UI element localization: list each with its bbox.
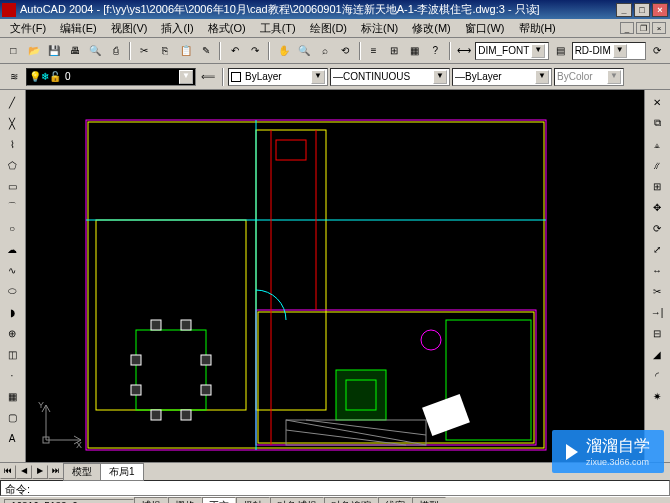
menu-dimension[interactable]: 标注(N) xyxy=(355,19,404,38)
svg-rect-18 xyxy=(336,370,386,420)
circle-icon[interactable]: ○ xyxy=(2,218,22,238)
menu-draw[interactable]: 绘图(D) xyxy=(304,19,353,38)
pline-icon[interactable]: ⌇ xyxy=(2,134,22,154)
match-icon[interactable]: ✎ xyxy=(197,41,216,61)
zoom-rt-icon[interactable]: 🔍 xyxy=(295,41,314,61)
linetype-combo[interactable]: — CONTINUOUS▼ xyxy=(330,68,450,86)
menu-view[interactable]: 视图(V) xyxy=(105,19,154,38)
menu-window[interactable]: 窗口(W) xyxy=(459,19,511,38)
redo-icon[interactable]: ↷ xyxy=(246,41,265,61)
properties-icon[interactable]: ≡ xyxy=(365,41,384,61)
polygon-icon[interactable]: ⬠ xyxy=(2,155,22,175)
block-icon[interactable]: ◫ xyxy=(2,344,22,364)
ellipse-icon[interactable]: ⬭ xyxy=(2,281,22,301)
offset-icon[interactable]: ⫽ xyxy=(647,155,667,175)
tab-last[interactable]: ⏭ xyxy=(48,465,64,479)
cut-icon[interactable]: ✂ xyxy=(135,41,154,61)
close-button[interactable]: × xyxy=(652,3,668,17)
toolpalette-icon[interactable]: ▦ xyxy=(406,41,425,61)
insert-icon[interactable]: ⊕ xyxy=(2,323,22,343)
lwt-toggle[interactable]: 线宽 xyxy=(378,497,412,503)
plotstyle-combo[interactable]: ByColor▼ xyxy=(554,68,624,86)
line-icon[interactable]: ╱ xyxy=(2,92,22,112)
drawing-canvas[interactable]: YX xyxy=(26,90,644,462)
dim-font-combo[interactable]: DIM_FONT▼ xyxy=(475,42,549,60)
copy-icon[interactable]: ⎘ xyxy=(156,41,175,61)
fillet-icon[interactable]: ◜ xyxy=(647,365,667,385)
copy-obj-icon[interactable]: ⧉ xyxy=(647,113,667,133)
mdi-close[interactable]: × xyxy=(652,22,666,34)
publish-icon[interactable]: ⎙ xyxy=(107,41,126,61)
polar-toggle[interactable]: 极轴 xyxy=(236,497,270,503)
print-icon[interactable]: 🖶 xyxy=(66,41,85,61)
open-icon[interactable]: 📂 xyxy=(25,41,44,61)
separator xyxy=(359,42,361,60)
point-icon[interactable]: · xyxy=(2,365,22,385)
osnap-toggle[interactable]: 对象捕捉 xyxy=(270,497,324,503)
layout1-tab[interactable]: 布局1 xyxy=(100,463,144,481)
mdi-minimize[interactable]: _ xyxy=(620,22,634,34)
tab-first[interactable]: ⏮ xyxy=(0,465,16,479)
undo-icon[interactable]: ↶ xyxy=(225,41,244,61)
color-combo[interactable]: ByLayer▼ xyxy=(228,68,328,86)
dim-style-combo[interactable]: RD-DIM▼ xyxy=(572,42,646,60)
ellipsearc-icon[interactable]: ◗ xyxy=(2,302,22,322)
text-icon[interactable]: A xyxy=(2,428,22,448)
zoom-win-icon[interactable]: ⌕ xyxy=(315,41,334,61)
region-icon[interactable]: ▢ xyxy=(2,407,22,427)
help-icon[interactable]: ? xyxy=(426,41,445,61)
erase-icon[interactable]: ✕ xyxy=(647,92,667,112)
array-icon[interactable]: ⊞ xyxy=(647,176,667,196)
tab-next[interactable]: ▶ xyxy=(32,465,48,479)
layer-manager-icon[interactable]: ≋ xyxy=(4,67,24,87)
pan-icon[interactable]: ✋ xyxy=(274,41,293,61)
xline-icon[interactable]: ╳ xyxy=(2,113,22,133)
ortho-toggle[interactable]: 正交 xyxy=(202,497,236,503)
menu-edit[interactable]: 编辑(E) xyxy=(54,19,103,38)
rectangle-icon[interactable]: ▭ xyxy=(2,176,22,196)
menu-file[interactable]: 文件(F) xyxy=(4,19,52,38)
explode-icon[interactable]: ✷ xyxy=(647,386,667,406)
hatch-icon[interactable]: ▦ xyxy=(2,386,22,406)
revcloud-icon[interactable]: ☁ xyxy=(2,239,22,259)
model-toggle[interactable]: 模型 xyxy=(412,497,446,503)
menu-help[interactable]: 帮助(H) xyxy=(513,19,562,38)
otrack-toggle[interactable]: 对象追踪 xyxy=(324,497,378,503)
chamfer-icon[interactable]: ◢ xyxy=(647,344,667,364)
model-tab[interactable]: 模型 xyxy=(63,463,101,481)
dim-update-icon[interactable]: ⟳ xyxy=(648,41,667,61)
grid-toggle[interactable]: 栅格 xyxy=(168,497,202,503)
arc-icon[interactable]: ⌒ xyxy=(2,197,22,217)
paste-icon[interactable]: 📋 xyxy=(176,41,195,61)
menu-format[interactable]: 格式(O) xyxy=(202,19,252,38)
layer-combo[interactable]: 💡❄🔓0▼ xyxy=(26,68,196,86)
menu-tools[interactable]: 工具(T) xyxy=(254,19,302,38)
zoom-prev-icon[interactable]: ⟲ xyxy=(336,41,355,61)
command-line[interactable]: 命令: xyxy=(0,480,670,496)
extend-icon[interactable]: →| xyxy=(647,302,667,322)
menu-insert[interactable]: 插入(I) xyxy=(155,19,199,38)
maximize-button[interactable]: □ xyxy=(634,3,650,17)
lineweight-combo[interactable]: — ByLayer▼ xyxy=(452,68,552,86)
preview-icon[interactable]: 🔍 xyxy=(86,41,105,61)
move-icon[interactable]: ✥ xyxy=(647,197,667,217)
tab-prev[interactable]: ◀ xyxy=(16,465,32,479)
snap-toggle[interactable]: 捕捉 xyxy=(134,497,168,503)
dim-linear-icon[interactable]: ⟷ xyxy=(455,41,474,61)
trim-icon[interactable]: ✂ xyxy=(647,281,667,301)
designcenter-icon[interactable]: ⊞ xyxy=(385,41,404,61)
minimize-button[interactable]: _ xyxy=(616,3,632,17)
layer-prev-icon[interactable]: ⟸ xyxy=(198,67,218,87)
menu-modify[interactable]: 修改(M) xyxy=(406,19,457,38)
mirror-icon[interactable]: ⟁ xyxy=(647,134,667,154)
rotate-icon[interactable]: ⟳ xyxy=(647,218,667,238)
break-icon[interactable]: ⊟ xyxy=(647,323,667,343)
mdi-restore[interactable]: ❐ xyxy=(636,22,650,34)
svg-rect-10 xyxy=(151,320,161,330)
scale-icon[interactable]: ⤢ xyxy=(647,239,667,259)
new-icon[interactable]: □ xyxy=(4,41,23,61)
stretch-icon[interactable]: ↔ xyxy=(647,260,667,280)
spline-icon[interactable]: ∿ xyxy=(2,260,22,280)
dim-style-icon[interactable]: ▤ xyxy=(551,41,570,61)
save-icon[interactable]: 💾 xyxy=(45,41,64,61)
